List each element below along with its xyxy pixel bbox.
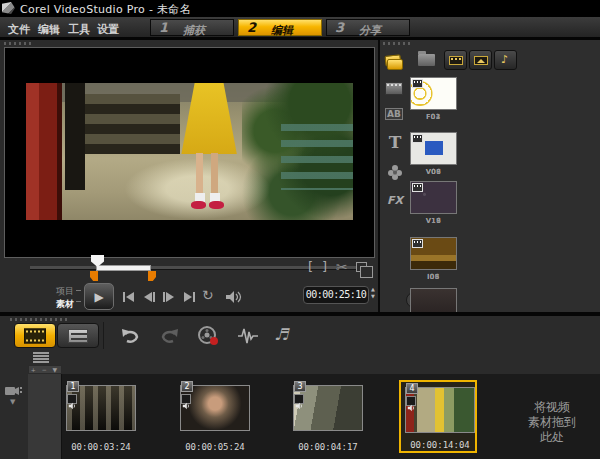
- audio-filter-icon: ♪: [501, 53, 508, 66]
- clip-audio-icon: [406, 396, 416, 406]
- tab-share-number: 3: [335, 20, 344, 35]
- tab-capture-number: 1: [159, 20, 168, 35]
- library-thumb[interactable]: [410, 132, 457, 165]
- storyboard-clip-3[interactable]: 3 00:00:04:17: [289, 380, 367, 453]
- timeline-icon: [68, 329, 88, 343]
- clip-number-badge: 1: [67, 381, 79, 392]
- filter-photo-button[interactable]: [469, 50, 492, 70]
- tab-capture-label: 捕获: [183, 23, 205, 38]
- titlebar: Corel VideoStudio Pro - 未命名: [0, 0, 600, 17]
- play-button[interactable]: ▶: [84, 283, 114, 310]
- graphic-icon[interactable]: [387, 164, 403, 180]
- track-manager-icon[interactable]: [33, 352, 49, 364]
- storyboard-clip-4-selected[interactable]: 4 00:00:14:04: [399, 380, 477, 453]
- preview-video-content: [26, 83, 353, 220]
- clip-duration: 00:00:14:04: [401, 440, 479, 450]
- menu-tools[interactable]: 工具: [68, 22, 90, 37]
- clip-number-badge: 2: [181, 381, 193, 392]
- redo-button[interactable]: [157, 325, 181, 347]
- video-track-icon[interactable]: [5, 382, 22, 394]
- timeline-panel: ♬ + − ▼ ▼ 1 00:00:03:24 2: [0, 316, 600, 459]
- tab-edit[interactable]: 2 编辑: [238, 19, 322, 36]
- clip-audio-icon: [294, 394, 304, 404]
- clip-audio-icon: [181, 394, 191, 404]
- library-drag-handle[interactable]: [383, 42, 413, 45]
- next-frame-button[interactable]: [160, 289, 178, 305]
- undo-button[interactable]: [119, 325, 143, 347]
- volume-button[interactable]: [224, 289, 242, 305]
- library-panel: AB T FX » ♪ F01 F02 F03 F04 V06 V07 V08 …: [380, 40, 600, 312]
- timeline-drag-handle[interactable]: [10, 318, 70, 321]
- prev-frame-button[interactable]: [140, 289, 158, 305]
- transition-icon[interactable]: AB: [385, 108, 403, 120]
- drop-hint-text: 将视频 素材拖到 此处: [508, 400, 596, 445]
- thumb-label: I08: [410, 273, 457, 281]
- window-title: Corel VideoStudio Pro - 未命名: [20, 2, 191, 17]
- filter-icon[interactable]: FX: [385, 194, 405, 207]
- title-icon[interactable]: T: [385, 132, 405, 152]
- storyboard-track: ▼ 1 00:00:03:24 2 00:00:05:24 3: [0, 374, 600, 459]
- go-start-button[interactable]: [120, 289, 138, 305]
- trim-start-handle[interactable]: [90, 271, 98, 281]
- track-collapse-chevron[interactable]: ▼: [10, 398, 15, 406]
- trim-end-handle[interactable]: [148, 271, 156, 281]
- clip-duration: 00:00:04:17: [289, 442, 367, 452]
- media-library-icon[interactable]: [385, 55, 405, 71]
- tab-edit-number: 2: [247, 20, 256, 35]
- storyboard-view-button[interactable]: [14, 323, 56, 348]
- trim-selection[interactable]: [96, 265, 151, 271]
- clip-number-badge: 4: [406, 383, 418, 394]
- scene-icon: [412, 134, 423, 143]
- library-gallery: ♪ F01 F02 F03 F04 V06 V07 V08 V09 V16 V1…: [410, 40, 600, 312]
- record-capture-button[interactable]: [196, 325, 220, 347]
- repeat-button[interactable]: ↻: [202, 287, 214, 303]
- mark-in-button[interactable]: [: [308, 259, 313, 274]
- mode-clip-label[interactable]: 素材: [48, 298, 74, 311]
- library-thumb[interactable]: [410, 181, 457, 214]
- track-header-tools[interactable]: + − ▼: [28, 365, 62, 374]
- instant-project-icon[interactable]: [385, 82, 403, 95]
- library-thumb[interactable]: [410, 288, 457, 312]
- timeline-view-button[interactable]: [57, 323, 99, 348]
- preview-video-frame: [4, 47, 375, 258]
- tab-share[interactable]: 3 分享: [326, 19, 410, 36]
- enlarge-preview-button[interactable]: [356, 262, 367, 272]
- clip-duration: 00:00:05:24: [176, 442, 254, 452]
- go-end-button[interactable]: [180, 289, 198, 305]
- library-thumb[interactable]: [410, 77, 457, 110]
- sound-mixer-button[interactable]: [236, 325, 260, 347]
- mark-out-button[interactable]: ]: [322, 259, 327, 274]
- thumb-label: V19: [410, 217, 457, 225]
- clip-number-badge: 3: [294, 381, 306, 392]
- photo-filter-icon: [474, 56, 488, 65]
- menubar: 文件 编辑 工具 设置 1 捕获 2 编辑 3 分享: [0, 17, 600, 40]
- menu-file[interactable]: 文件: [8, 22, 30, 37]
- thumb-label: F04: [410, 113, 457, 121]
- clip-duration: 00:00:03:24: [62, 442, 140, 452]
- menu-edit[interactable]: 编辑: [38, 22, 60, 37]
- browse-folder-icon[interactable]: [418, 54, 435, 66]
- track-header-column[interactable]: [28, 374, 62, 459]
- scene-icon: [412, 79, 423, 88]
- mode-project-label[interactable]: 项目: [48, 285, 74, 298]
- storyboard-clip-1[interactable]: 1 00:00:03:24: [62, 380, 140, 453]
- app-window: Corel VideoStudio Pro - 未命名 文件 编辑 工具 设置 …: [0, 0, 600, 459]
- auto-music-button[interactable]: ♬: [274, 325, 298, 347]
- panel-drag-handle[interactable]: [4, 42, 32, 45]
- app-icon: [2, 2, 15, 14]
- storyboard-clip-2[interactable]: 2 00:00:05:24: [176, 380, 254, 453]
- filter-video-button[interactable]: [444, 50, 467, 70]
- clip-audio-icon: [67, 394, 77, 404]
- scene-icon: [412, 239, 423, 248]
- timecode-display[interactable]: 00:00:25:10: [303, 286, 369, 304]
- timecode-spin-up[interactable]: ▲: [369, 286, 377, 293]
- timecode-spinner[interactable]: ▲ ▼: [369, 286, 377, 304]
- split-clip-button[interactable]: ✂: [336, 259, 348, 275]
- filter-audio-button[interactable]: ♪: [494, 50, 517, 70]
- library-thumb[interactable]: [410, 237, 457, 270]
- tab-capture[interactable]: 1 捕获: [150, 19, 234, 36]
- menu-settings[interactable]: 设置: [97, 22, 119, 37]
- timecode-spin-down[interactable]: ▼: [369, 293, 377, 300]
- tab-edit-label: 编辑: [271, 23, 293, 38]
- track-rail: ▼: [0, 374, 28, 459]
